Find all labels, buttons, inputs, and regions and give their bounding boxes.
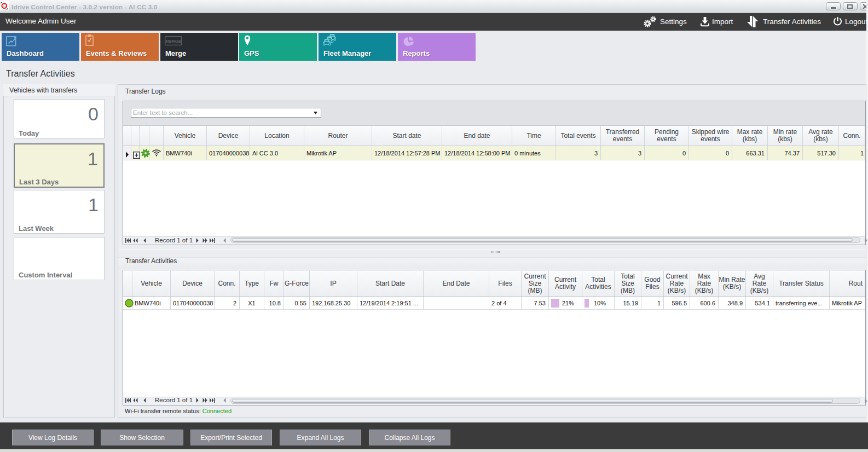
svg-text:MERGE: MERGE — [165, 39, 182, 44]
